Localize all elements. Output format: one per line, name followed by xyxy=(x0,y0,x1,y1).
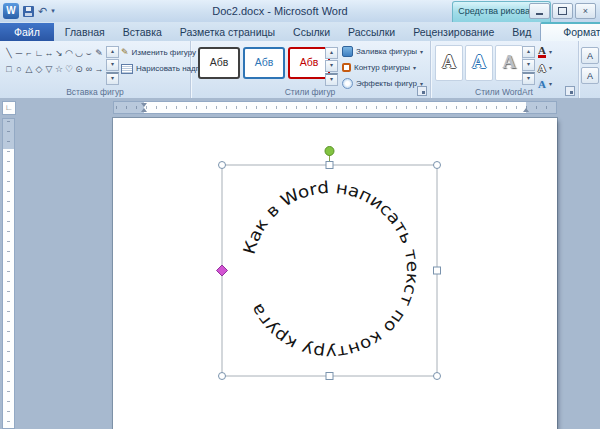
tab-review[interactable]: Рецензирование xyxy=(404,23,503,41)
right-indent-marker[interactable] xyxy=(523,108,529,112)
shape-gallery-up-icon[interactable]: ▴ xyxy=(106,46,119,58)
wordart-down-icon[interactable]: ▾ xyxy=(522,59,535,71)
shape-style-more-icon[interactable]: ▾ xyxy=(325,73,338,86)
minimize-button[interactable] xyxy=(529,3,550,19)
tab-selector-box[interactable]: ∟ xyxy=(2,101,16,115)
horizontal-ruler[interactable] xyxy=(113,101,557,114)
shape-block-arrow-icon[interactable]: → xyxy=(94,62,104,76)
drawing-canvas: Как в Word написать текст по контуру кру… xyxy=(113,118,557,429)
word-logo-icon[interactable]: W xyxy=(3,3,19,19)
shape-style-scroll: ▴ ▾ ▾ xyxy=(325,47,338,86)
rotation-handle[interactable] xyxy=(325,147,334,156)
shape-heart-icon[interactable]: ♡ xyxy=(64,62,74,76)
chevron-down-icon: ▾ xyxy=(413,64,416,71)
tab-insert[interactable]: Вставка xyxy=(114,23,171,41)
tab-mailings[interactable]: Рассылки xyxy=(339,23,404,41)
shape-gallery-more-icon[interactable]: ▾ xyxy=(106,72,119,85)
tab-references[interactable]: Ссылки xyxy=(284,23,339,41)
cutoff-icon-1: А xyxy=(587,51,593,61)
maximize-button[interactable] xyxy=(552,3,573,19)
group-cutoff: А А xyxy=(578,41,600,98)
tab-view[interactable]: Вид xyxy=(503,23,540,41)
tab-page-layout[interactable]: Разметка страницы xyxy=(171,23,284,41)
tab-format-active[interactable]: Формат xyxy=(540,22,600,41)
shape-styles-dialog-launcher-icon[interactable] xyxy=(417,86,427,96)
window-controls: × xyxy=(529,3,596,19)
resize-handle-s[interactable] xyxy=(326,373,333,380)
resize-handle-n[interactable] xyxy=(326,162,333,169)
wordart-style-preview-1[interactable]: А xyxy=(435,45,463,81)
adjustment-diamond-handle[interactable] xyxy=(217,265,228,276)
shape-style-preview-2[interactable]: Абв xyxy=(243,47,285,79)
shape-gallery-row-2: □ ○ △ ◇ ▽ ☆ ♡ ⊙ ∞ → xyxy=(4,62,104,76)
shape-arc-up-icon[interactable]: ◠ xyxy=(64,46,74,60)
ribbon-tab-bar: Файл Главная Вставка Разметка страницы С… xyxy=(0,22,600,42)
save-icon[interactable] xyxy=(23,6,34,17)
group-wordart-styles: А А А ▴ ▾ ▾ А ▾ А ▾ А ▾ xyxy=(430,41,579,98)
horizontal-ruler-ticks xyxy=(116,106,554,109)
text-fill-button[interactable]: А ▾ xyxy=(538,45,552,58)
shape-outline-label: Контур фигуры xyxy=(354,63,410,72)
shape-triangle-icon[interactable]: △ xyxy=(24,62,34,76)
wordart-scroll: ▴ ▾ ▾ xyxy=(522,46,535,85)
shape-line-icon[interactable]: ╲ xyxy=(4,46,14,60)
shape-diamond-icon[interactable]: ◇ xyxy=(34,62,44,76)
shape-style-preview-1[interactable]: Абв xyxy=(198,47,240,79)
chevron-down-icon: ▾ xyxy=(549,64,552,71)
resize-handle-e[interactable] xyxy=(434,267,441,274)
shape-style-up-icon[interactable]: ▴ xyxy=(325,47,338,59)
qat-dropdown-icon[interactable]: ▾ xyxy=(51,7,55,15)
shape-curve-icon[interactable]: ⌣ xyxy=(84,46,94,60)
first-line-indent-marker[interactable] xyxy=(141,103,147,107)
resize-handle-se[interactable] xyxy=(434,373,441,380)
resize-handle-ne[interactable] xyxy=(434,162,441,169)
shape-outline-button[interactable]: Контур фигуры ▾ xyxy=(342,61,423,74)
shape-donut-icon[interactable]: ⊙ xyxy=(74,62,84,76)
document-page[interactable]: Как в Word написать текст по контуру кру… xyxy=(113,118,557,429)
wordart-up-icon[interactable]: ▴ xyxy=(522,46,535,58)
resize-handle-nw[interactable] xyxy=(219,162,226,169)
tab-file[interactable]: Файл xyxy=(0,23,54,41)
shape-angle-icon[interactable]: ∟ xyxy=(34,46,44,60)
shape-gallery-row-1: ╲ ─ ⌐ ∟ ↔ ↘ ◠ ◡ ⌣ ✎ xyxy=(4,46,104,60)
shape-fill-label: Заливка фигуры xyxy=(356,47,417,56)
wordart-dialog-launcher-icon[interactable] xyxy=(565,86,575,96)
shape-arrow-icon[interactable]: ↔ xyxy=(44,46,54,60)
wordart-style-preview-2[interactable]: А xyxy=(465,45,493,81)
chevron-down-icon: ▾ xyxy=(549,80,552,87)
shape-fill-button[interactable]: Заливка фигуры ▾ xyxy=(342,45,423,58)
tab-home[interactable]: Главная xyxy=(56,23,114,41)
edit-shape-icon: ✎ xyxy=(121,48,129,57)
chevron-down-icon: ▾ xyxy=(420,48,423,55)
shape-style-down-icon[interactable]: ▾ xyxy=(325,60,338,72)
group-label-wordart-styles: Стили WordArt xyxy=(430,87,578,97)
text-outline-icon: А xyxy=(538,63,546,73)
shape-hline-icon[interactable]: ─ xyxy=(14,46,24,60)
shape-style-preview-3[interactable]: Абв xyxy=(288,47,330,79)
word-window: W ↶ ▾ Doc2.docx - Microsoft Word Средств… xyxy=(0,0,600,429)
shape-gallery-down-icon[interactable]: ▾ xyxy=(106,59,119,71)
shape-gallery-scroll: ▴ ▾ ▾ xyxy=(106,46,119,85)
shape-scribble-icon[interactable]: ✎ xyxy=(94,46,104,60)
shape-arc-down-icon[interactable]: ◡ xyxy=(74,46,84,60)
cutoff-button-2[interactable]: А xyxy=(581,67,599,84)
text-fill-icon: А xyxy=(538,45,546,58)
shape-circle-icon[interactable]: ○ xyxy=(14,62,24,76)
circular-wordart-text[interactable]: Как в Word написать текст по контуру кру… xyxy=(240,178,422,362)
cutoff-button-1[interactable]: А xyxy=(581,47,599,64)
vertical-ruler[interactable] xyxy=(2,118,15,429)
shape-elbow-icon[interactable]: ⌐ xyxy=(24,46,34,60)
shape-infinity-icon[interactable]: ∞ xyxy=(84,62,94,76)
shape-triangle-down-icon[interactable]: ▽ xyxy=(44,62,54,76)
resize-handle-sw[interactable] xyxy=(219,373,226,380)
text-outline-button[interactable]: А ▾ xyxy=(538,61,552,74)
shape-diag-arrow-icon[interactable]: ↘ xyxy=(54,46,64,60)
shape-star-icon[interactable]: ☆ xyxy=(54,62,64,76)
wordart-style-preview-3[interactable]: А xyxy=(495,45,523,81)
shape-rectangle-icon[interactable]: □ xyxy=(4,62,14,76)
wordart-buttons: А ▾ А ▾ А ▾ xyxy=(538,45,552,90)
undo-icon[interactable]: ↶ xyxy=(38,3,47,19)
close-button[interactable]: × xyxy=(575,3,596,19)
wordart-more-icon[interactable]: ▾ xyxy=(522,72,535,85)
hanging-indent-marker[interactable] xyxy=(141,108,147,112)
